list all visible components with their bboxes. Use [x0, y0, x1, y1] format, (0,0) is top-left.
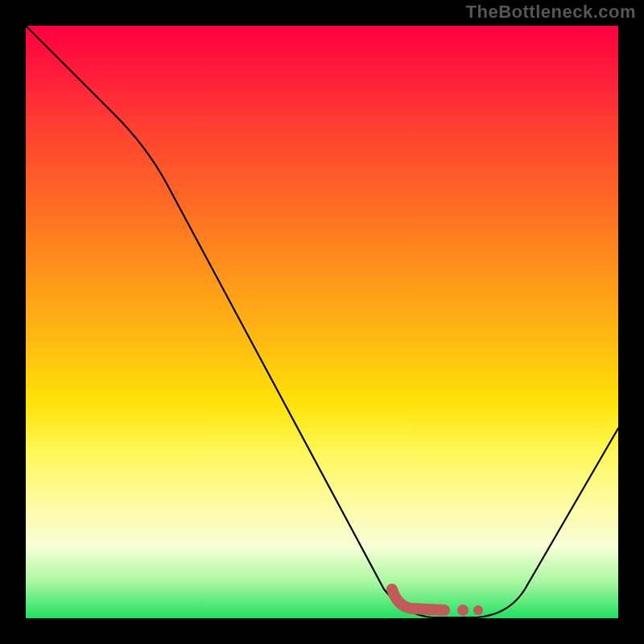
optimal-marker-dot	[457, 605, 469, 616]
plot-area	[26, 26, 618, 618]
optimal-marker-dot-2	[473, 605, 483, 615]
watermark-text: TheBottleneck.com	[466, 2, 636, 23]
bottleneck-curve	[26, 26, 618, 617]
chart-frame: TheBottleneck.com	[0, 0, 644, 644]
optimal-marker	[392, 589, 444, 610]
chart-svg	[26, 26, 618, 618]
